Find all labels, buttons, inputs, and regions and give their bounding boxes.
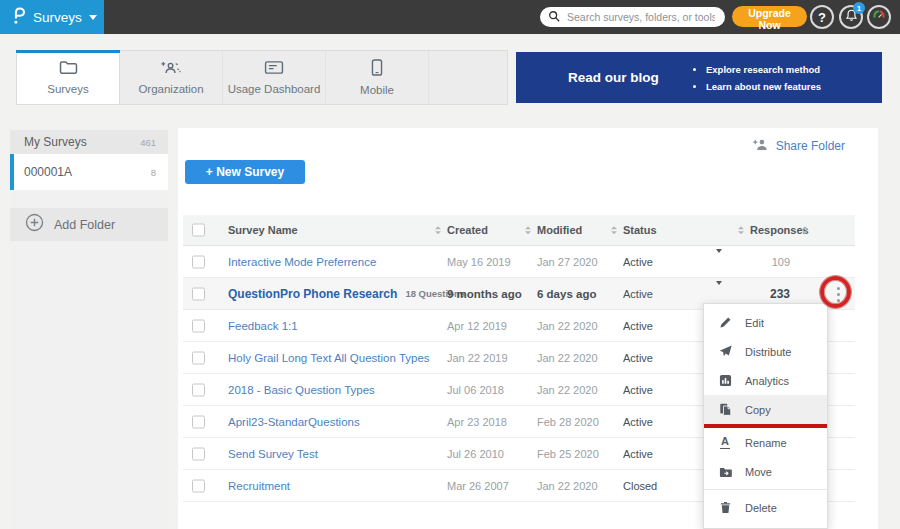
survey-name-link[interactable]: Feedback 1:1: [228, 320, 298, 332]
sidebar-item-my-surveys[interactable]: My Surveys 461: [10, 130, 168, 154]
menu-item-analytics[interactable]: Analytics: [704, 366, 827, 395]
survey-name-link[interactable]: April23-StandarQuestions: [228, 416, 360, 428]
help-button[interactable]: ?: [810, 5, 834, 29]
row-checkbox[interactable]: [192, 351, 205, 364]
tab-surveys[interactable]: Surveys: [17, 51, 120, 104]
sidebar-item-000001a[interactable]: 000001A 8: [10, 154, 168, 190]
column-modified[interactable]: Modified: [537, 224, 582, 236]
column-responses[interactable]: Responses: [750, 224, 809, 236]
upgrade-now-button[interactable]: Upgrade Now: [732, 6, 807, 27]
analytics-icon: [718, 374, 732, 387]
row-checkbox[interactable]: [192, 415, 205, 428]
created-cell: Jul 26 2010: [447, 448, 504, 460]
row-checkbox[interactable]: [192, 383, 205, 396]
status-cell: Active: [623, 256, 653, 268]
notifications-button[interactable]: 1: [839, 5, 863, 29]
menu-item-move[interactable]: Move: [704, 457, 827, 486]
new-survey-button[interactable]: + New Survey: [185, 160, 305, 184]
plus-circle-icon: [25, 213, 44, 236]
tab-organization[interactable]: Organization: [120, 51, 223, 104]
banner-title: Read our blog: [568, 70, 688, 85]
questionpro-logo-icon: [12, 5, 26, 30]
menu-item-delete[interactable]: Delete: [704, 493, 827, 522]
created-cell: Jul 06 2018: [447, 384, 504, 396]
chevron-down-icon: [716, 249, 722, 270]
status-cell: Active: [623, 448, 653, 460]
table-header: Survey Name Created Modified Status Resp…: [183, 215, 855, 246]
menu-item-copy[interactable]: Copy: [704, 395, 827, 424]
row-checkbox[interactable]: [192, 287, 205, 300]
modified-cell: Jan 27 2020: [537, 256, 598, 268]
modified-cell: 6 days ago: [537, 288, 596, 300]
status-dropdown[interactable]: [716, 285, 722, 303]
created-cell: Mar 26 2007: [447, 480, 509, 492]
annotation-circle: [820, 276, 851, 308]
created-cell: May 16 2019: [447, 256, 511, 268]
column-survey-name[interactable]: Survey Name: [228, 224, 298, 236]
mobile-icon: [371, 59, 383, 80]
survey-name-link[interactable]: Holy Grail Long Text All Question Types: [228, 352, 430, 364]
status-cell: Active: [623, 384, 653, 396]
row-context-menu: Edit Distribute Analytics Copy A Rename …: [703, 303, 828, 529]
row-checkbox[interactable]: [192, 447, 205, 460]
rename-icon: A: [718, 436, 732, 449]
sort-icon[interactable]: [738, 226, 744, 234]
status-cell: Closed: [623, 480, 657, 492]
add-folder-label: Add Folder: [54, 218, 115, 232]
menu-item-distribute[interactable]: Distribute: [704, 337, 827, 366]
folder-icon: [59, 60, 78, 79]
survey-name-link[interactable]: QuestionPro Phone Research: [228, 287, 397, 301]
tab-usage-dashboard[interactable]: Usage Dashboard: [223, 51, 326, 104]
column-created[interactable]: Created: [447, 224, 488, 236]
search-icon: [548, 8, 560, 26]
status-cell: Active: [623, 320, 653, 332]
product-label: Surveys: [33, 10, 82, 25]
table-row[interactable]: Interactive Mode Preferrence May 16 2019…: [183, 246, 855, 278]
menu-item-edit[interactable]: Edit: [704, 308, 827, 337]
organization-icon: [160, 60, 182, 79]
sort-icon[interactable]: [802, 226, 808, 234]
search-input[interactable]: [565, 10, 717, 24]
chevron-down-icon: [89, 15, 97, 20]
column-status[interactable]: Status: [623, 224, 657, 236]
banner-bullet: Learn about new features: [706, 78, 821, 95]
row-checkbox[interactable]: [192, 479, 205, 492]
person-plus-icon: [752, 137, 769, 155]
folder-count: 461: [140, 137, 156, 148]
survey-name-link[interactable]: Recruitment: [228, 480, 290, 492]
copy-icon: [718, 403, 732, 416]
usage-meter-button[interactable]: [867, 5, 891, 29]
created-cell: 9 months ago: [447, 288, 522, 300]
row-checkbox[interactable]: [192, 319, 205, 332]
menu-divider: [704, 489, 827, 490]
status-cell: Active: [623, 416, 653, 428]
modified-cell: Jan 22 2020: [537, 320, 598, 332]
trash-icon: [718, 501, 732, 514]
sort-icon[interactable]: [435, 226, 441, 234]
modified-cell: Feb 25 2020: [537, 448, 599, 460]
select-all-checkbox[interactable]: [192, 224, 205, 237]
tab-mobile[interactable]: Mobile: [326, 51, 429, 104]
sort-icon[interactable]: [525, 226, 531, 234]
blog-banner[interactable]: Read our blog Explore research methodLea…: [516, 52, 882, 103]
chevron-down-icon: [716, 281, 722, 302]
modified-cell: Jan 22 2020: [537, 480, 598, 492]
gauge-icon: [872, 8, 886, 26]
send-icon: [718, 345, 732, 358]
survey-name-link[interactable]: Send Survey Test: [228, 448, 318, 460]
folder-count: 8: [151, 167, 156, 178]
usage-dashboard-icon: [264, 60, 284, 79]
created-cell: Apr 12 2019: [447, 320, 507, 332]
row-checkbox[interactable]: [192, 255, 205, 268]
share-folder-link[interactable]: Share Folder: [752, 137, 845, 155]
add-folder-button[interactable]: Add Folder: [10, 208, 168, 241]
menu-item-rename[interactable]: A Rename: [704, 428, 827, 457]
folder-label: 000001A: [24, 165, 72, 179]
status-dropdown[interactable]: [716, 253, 722, 271]
survey-name-link[interactable]: Interactive Mode Preferrence: [228, 256, 376, 268]
responses-cell: 233: [742, 287, 790, 301]
folder-label: My Surveys: [24, 135, 87, 149]
survey-name-link[interactable]: 2018 - Basic Question Types: [228, 384, 375, 396]
sort-icon[interactable]: [611, 226, 617, 234]
product-switcher[interactable]: Surveys: [0, 0, 104, 34]
